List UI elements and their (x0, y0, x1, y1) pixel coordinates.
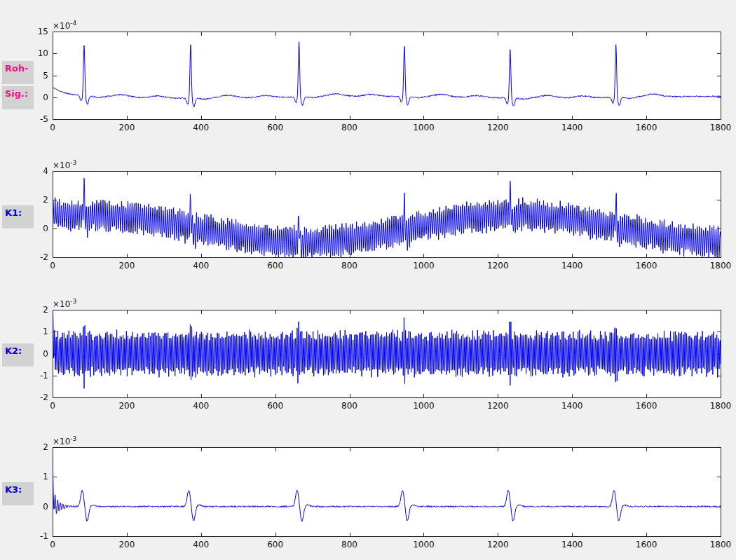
x-tick-label: 600 (259, 401, 292, 411)
y-tick-label: 1 (22, 327, 48, 336)
x-tick-label: 600 (259, 540, 292, 549)
x-tick-label: 1200 (481, 401, 514, 411)
y-tick-label: 0 (22, 349, 48, 359)
x-tick-label: 400 (184, 261, 218, 271)
x-tick-label: 1600 (629, 261, 663, 271)
x-tick-label: 600 (259, 123, 292, 132)
subplot-k3: 020040060080010001200140016001800-1012×1… (53, 447, 721, 537)
x-tick-label: 800 (333, 401, 367, 411)
x-tick-label: 1000 (407, 261, 440, 271)
x-tick-label: 1800 (704, 540, 736, 549)
x-tick-label: 600 (259, 261, 292, 271)
waveform-canvas-k2 (53, 310, 721, 398)
x-tick-label: 800 (333, 123, 367, 132)
x-tick-label: 400 (184, 540, 218, 549)
x-tick-label: 800 (333, 540, 367, 549)
y-tick-label: 4 (22, 166, 48, 176)
x-tick-label: 1800 (704, 123, 736, 132)
x-tick-label: 1400 (555, 540, 589, 549)
y-tick-label: 0 (22, 93, 48, 102)
x-tick-label: 800 (333, 261, 367, 271)
x-tick-label: 1400 (555, 401, 589, 411)
subplot-k2: 020040060080010001200140016001800-2-1012… (53, 310, 721, 398)
y-tick-label: 15 (22, 27, 48, 36)
x-tick-label: 200 (110, 123, 144, 132)
y-axis-exponent-label: ×10-3 (53, 435, 76, 446)
x-tick-label: 1200 (481, 123, 514, 132)
y-tick-label: 0 (22, 502, 48, 512)
waveform-canvas-k1 (53, 171, 721, 258)
x-tick-label: 400 (184, 123, 218, 132)
x-tick-label: 1400 (555, 261, 589, 271)
y-tick-label: -2 (22, 392, 48, 402)
y-tick-label: -5 (22, 114, 48, 124)
x-tick-label: 1800 (704, 401, 736, 411)
x-tick-label: 200 (110, 401, 144, 411)
x-tick-label: 1800 (704, 261, 736, 271)
matlab-figure: Roh- Sig.: K1: K2: K3: 02004006008001000… (0, 0, 736, 560)
y-tick-label: -1 (22, 531, 48, 541)
x-tick-label: 0 (36, 123, 69, 132)
x-tick-label: 1400 (555, 123, 589, 132)
x-tick-label: 1000 (407, 401, 440, 411)
subplot-k1: 020040060080010001200140016001800-2024×1… (53, 171, 721, 258)
x-tick-label: 1600 (629, 401, 663, 411)
x-tick-label: 1000 (407, 123, 440, 132)
x-tick-label: 1000 (407, 540, 440, 549)
y-tick-label: 2 (22, 305, 48, 315)
x-tick-label: 1200 (481, 540, 514, 549)
waveform-canvas-roh-sig (53, 32, 721, 120)
y-axis-exponent-label: ×10-3 (53, 159, 76, 170)
y-axis-exponent-label: ×10-3 (53, 298, 76, 309)
y-axis-exponent-label: ×10-4 (53, 20, 76, 31)
y-tick-label: 5 (22, 71, 48, 81)
subplot-roh-sig: 020040060080010001200140016001800-505101… (53, 32, 721, 120)
x-tick-label: 1200 (481, 261, 514, 271)
x-tick-label: 0 (36, 261, 69, 271)
x-tick-label: 0 (36, 540, 69, 549)
y-tick-label: 0 (22, 224, 48, 233)
x-tick-label: 1600 (629, 540, 663, 549)
y-tick-label: 1 (22, 472, 48, 482)
x-tick-label: 200 (110, 261, 144, 271)
y-tick-label: 2 (22, 442, 48, 452)
y-tick-label: -2 (22, 252, 48, 262)
y-tick-label: -1 (22, 371, 48, 381)
y-tick-label: 10 (22, 48, 48, 58)
y-tick-label: 2 (22, 195, 48, 205)
x-tick-label: 400 (184, 401, 218, 411)
x-tick-label: 0 (36, 401, 69, 411)
waveform-canvas-k3 (53, 447, 721, 537)
x-tick-label: 200 (110, 540, 144, 549)
x-tick-label: 1600 (629, 123, 663, 132)
